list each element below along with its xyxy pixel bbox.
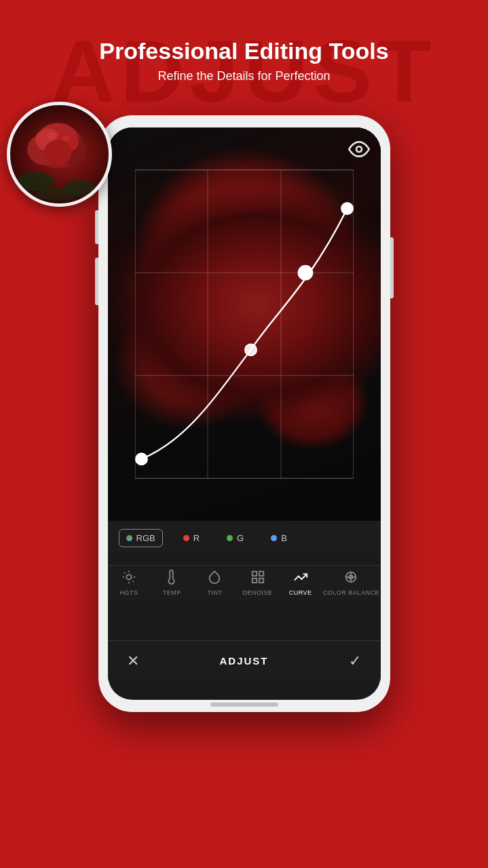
rgb-dot-multi (126, 535, 132, 541)
svg-rect-17 (135, 170, 354, 479)
phone-body: RGB R G B (98, 115, 390, 712)
svg-rect-29 (252, 572, 256, 576)
tab-b[interactable]: B (264, 530, 294, 547)
svg-point-2 (35, 188, 79, 201)
tool-color-balance[interactable]: COLOR BALANCE (323, 570, 379, 596)
eye-icon[interactable] (348, 138, 370, 160)
highlights-label: HGTS (120, 589, 138, 596)
cancel-button[interactable]: ✕ (127, 652, 139, 670)
action-title: ADJUST (219, 655, 268, 667)
tint-icon (207, 570, 222, 587)
highlights-icon (121, 570, 136, 587)
tint-label: TINT (207, 589, 222, 596)
svg-point-20 (298, 266, 312, 280)
tool-tint[interactable]: TINT (194, 570, 235, 596)
svg-point-18 (135, 453, 147, 465)
svg-rect-30 (259, 572, 263, 576)
svg-rect-31 (259, 578, 263, 583)
svg-point-19 (244, 344, 256, 355)
denoise-icon (250, 570, 265, 587)
tab-g[interactable]: G (220, 530, 250, 547)
tab-r-label: R (193, 533, 200, 543)
rgb-channel-tabs: RGB R G B (108, 521, 381, 553)
tab-rgb[interactable]: RGB (119, 529, 163, 547)
tool-curve[interactable]: CURVE (280, 570, 321, 596)
phone-screen: RGB R G B (108, 127, 381, 700)
phone-power-btn (390, 237, 394, 298)
temp-label: TEMP (163, 589, 181, 596)
color-balance-icon (343, 570, 358, 587)
svg-point-39 (350, 576, 352, 578)
phone-mockup: RGB R G B (98, 115, 390, 712)
tab-r[interactable]: R (176, 530, 206, 547)
rgb-dot-blue (271, 535, 277, 541)
rgb-dot-green (227, 535, 233, 541)
original-preview-circle (7, 102, 112, 207)
svg-point-10 (46, 132, 56, 138)
svg-rect-32 (252, 578, 256, 583)
svg-point-0 (16, 172, 54, 191)
curve-icon (293, 570, 308, 587)
tab-g-label: G (237, 533, 244, 543)
phone-volume-btn (95, 210, 98, 244)
svg-point-22 (126, 574, 131, 579)
phone-home-indicator (210, 703, 278, 707)
svg-point-12 (356, 146, 362, 152)
svg-point-9 (44, 140, 72, 165)
denoise-label: DENOISE (243, 589, 273, 596)
color-balance-label: COLOR BALANCE (323, 589, 379, 596)
tab-b-label: B (281, 533, 287, 543)
svg-line-25 (124, 572, 125, 573)
curve-grid-overlay (135, 161, 354, 487)
curve-label: CURVE (289, 589, 312, 596)
header-section: Professional Editing Tools Refine the De… (0, 0, 488, 83)
tool-highlights[interactable]: HGTS (109, 570, 149, 596)
action-bar: ✕ ADJUST ✓ (108, 640, 381, 681)
tool-denoise[interactable]: DENOISE (238, 570, 278, 596)
phone-volume-btn2 (95, 258, 98, 305)
svg-line-26 (133, 581, 134, 582)
tool-temp[interactable]: TEMP (151, 570, 192, 596)
edit-toolbar: HGTS TEMP (108, 565, 381, 600)
temp-icon (164, 570, 179, 587)
svg-point-11 (62, 136, 70, 140)
rgb-dot-red (183, 535, 189, 541)
confirm-button[interactable]: ✓ (349, 652, 361, 670)
tab-rgb-label: RGB (136, 533, 155, 543)
photo-edit-area[interactable] (108, 127, 381, 521)
svg-point-21 (341, 203, 353, 214)
page-subtitle: Refine the Details for Perfection (0, 69, 488, 83)
page-title: Professional Editing Tools (0, 37, 488, 65)
rgb-tabs-row: RGB R G B (119, 529, 370, 547)
